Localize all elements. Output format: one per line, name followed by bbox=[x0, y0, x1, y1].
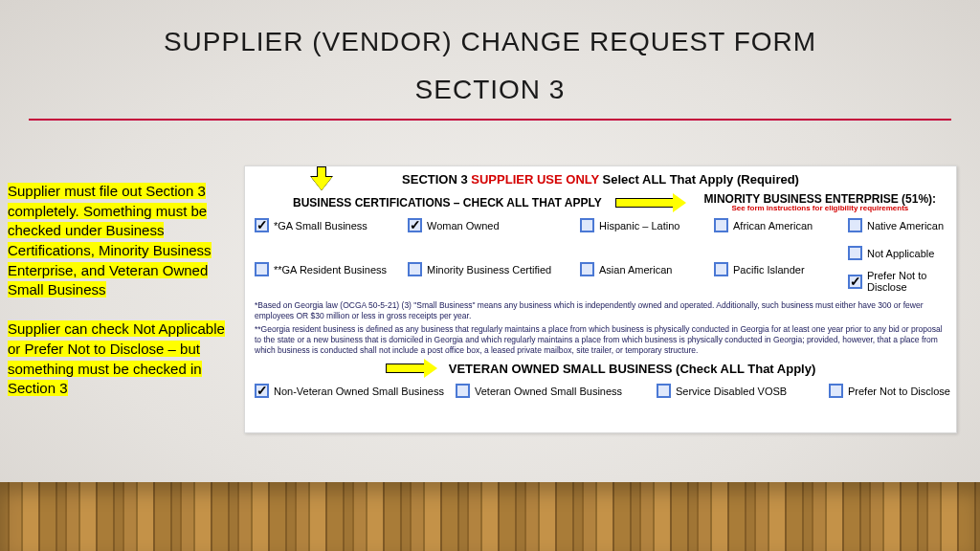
checkbox-ga-small[interactable]: *GA Small Business bbox=[255, 218, 408, 232]
checkbox-label: **GA Resident Business bbox=[274, 264, 387, 276]
checkbox-vet-pnd[interactable]: Prefer Not to Disclose bbox=[829, 384, 972, 398]
checkbox-label: African American bbox=[733, 220, 813, 231]
checkbox-ga-resident[interactable]: **GA Resident Business bbox=[255, 246, 408, 293]
section-header: SECTION 3 SUPPLIER USE ONLY Select ALL T… bbox=[255, 172, 947, 187]
fineprint-p2: **Georgia resident business is defined a… bbox=[255, 324, 947, 355]
checkbox-label: Veteran Owned Small Business bbox=[475, 386, 622, 397]
section-header-red: SUPPLIER USE ONLY bbox=[471, 172, 599, 187]
fineprint-p1: *Based on Georgia law (OCGA 50-5-21) (3)… bbox=[255, 300, 947, 320]
checkbox-label: Native American bbox=[867, 220, 944, 231]
floor-decoration bbox=[0, 482, 980, 551]
checkbox-label: Prefer Not to Disclose bbox=[848, 386, 950, 397]
checkbox-label: Asian American bbox=[599, 264, 672, 276]
arrow-down-icon bbox=[311, 166, 332, 191]
business-cert-label: BUSINESS CERTIFICATIONS – CHECK ALL THAT… bbox=[293, 196, 602, 209]
instruction-notes: Supplier must file out Section 3 complet… bbox=[8, 182, 233, 399]
arrow-right-icon bbox=[386, 359, 439, 378]
checkbox-label: *GA Small Business bbox=[274, 220, 368, 231]
note-paragraph-1: Supplier must file out Section 3 complet… bbox=[8, 183, 212, 298]
checkbox-woman-owned[interactable]: Woman Owned bbox=[408, 218, 580, 232]
page-subtitle: SECTION 3 bbox=[0, 75, 980, 105]
checkbox-african[interactable]: African American bbox=[714, 218, 848, 232]
checkbox-vet-own[interactable]: Veteran Owned Small Business bbox=[456, 384, 657, 398]
checkbox-label: Service Disabled VOSB bbox=[676, 386, 787, 397]
section-header-suffix: Select ALL That Apply (Required) bbox=[599, 172, 799, 187]
checkbox-label: Not Applicable bbox=[867, 248, 934, 259]
checkbox-label: Minority Business Certified bbox=[427, 264, 551, 276]
note-paragraph-2: Supplier can check Not Applicable or Pre… bbox=[8, 320, 225, 396]
checkbox-native[interactable]: Native American bbox=[848, 218, 963, 232]
checkbox-prefer-not-disclose[interactable]: Prefer Not to Disclose bbox=[848, 270, 963, 293]
veteran-label: VETERAN OWNED SMALL BUSINESS (Check ALL … bbox=[449, 362, 816, 376]
form-section-3: SECTION 3 SUPPLIER USE ONLY Select ALL T… bbox=[244, 165, 957, 433]
mbe-sublabel: See form instructions for eligibility re… bbox=[731, 204, 908, 212]
checkbox-label: Non-Veteran Owned Small Business bbox=[274, 386, 444, 397]
checkbox-vet-sd[interactable]: Service Disabled VOSB bbox=[657, 384, 829, 398]
checkbox-pacific[interactable]: Pacific Islander bbox=[714, 246, 848, 293]
checkbox-label: Hispanic – Latino bbox=[599, 220, 679, 231]
checkbox-label: Prefer Not to Disclose bbox=[867, 270, 963, 293]
arrow-right-icon bbox=[615, 193, 688, 212]
checkbox-label: Pacific Islander bbox=[733, 264, 805, 276]
checkbox-mbc[interactable]: Minority Business Certified bbox=[408, 246, 580, 293]
checkbox-not-applicable[interactable]: Not Applicable bbox=[848, 246, 963, 260]
divider bbox=[29, 119, 951, 121]
checkbox-asian[interactable]: Asian American bbox=[580, 246, 714, 293]
checkbox-vet-non[interactable]: Non-Veteran Owned Small Business bbox=[255, 384, 456, 398]
page-title: SUPPLIER (VENDOR) CHANGE REQUEST FORM bbox=[0, 27, 980, 57]
fineprint: *Based on Georgia law (OCGA 50-5-21) (3)… bbox=[255, 300, 947, 355]
section-header-prefix: SECTION 3 bbox=[402, 172, 471, 187]
checkbox-label: Woman Owned bbox=[427, 220, 500, 231]
checkbox-hispanic[interactable]: Hispanic – Latino bbox=[580, 218, 714, 232]
